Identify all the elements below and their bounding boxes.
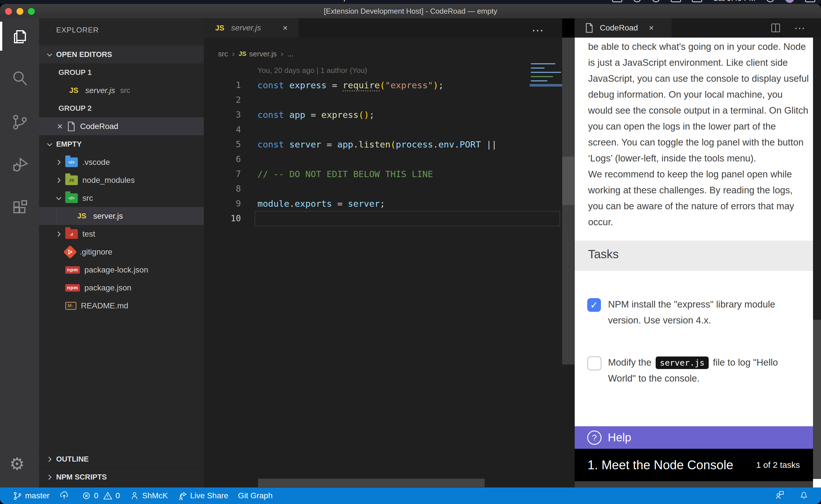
code-line-2[interactable] (258, 93, 497, 107)
tree-item--vscode[interactable]: </>.vscode (39, 153, 204, 171)
chevron-right-icon (55, 159, 62, 166)
menu-item-window[interactable]: Window (290, 0, 318, 2)
minimize-window-button[interactable] (17, 8, 23, 15)
open-editors-section-header[interactable]: OPEN EDITORS (39, 46, 204, 63)
chevron-right-icon: › (281, 49, 283, 58)
more-actions-icon[interactable]: … (794, 19, 806, 30)
siri-icon (785, 0, 794, 3)
open-editor-item-server-js[interactable]: JSserver.jssrc (39, 81, 204, 99)
npm-scripts-section-header[interactable]: NPM SCRIPTS (39, 468, 204, 486)
code-line-5[interactable]: const server = app.listen(process.env.PO… (258, 137, 497, 152)
scrollbar-thumb[interactable] (813, 38, 821, 320)
source-control-icon[interactable] (11, 113, 29, 131)
task-text-line: World" to the console. (608, 370, 796, 386)
outline-section-header[interactable]: OUTLINE (39, 450, 204, 468)
tree-item-test[interactable]: ⊿test (39, 225, 204, 243)
close-tab-icon[interactable]: × (647, 23, 656, 33)
editor-actions-ellipsis-icon[interactable]: … (531, 20, 545, 34)
extensions-icon[interactable] (11, 198, 29, 217)
tree-item-package-json[interactable]: npmpackage.json (39, 279, 204, 297)
close-window-button[interactable] (5, 8, 12, 15)
tree-item-node-modules[interactable]: JSnode_modules (39, 171, 204, 189)
lesson-footer: 1. Meet the Node Console 1 of 2 tasks (575, 449, 813, 481)
code-line-9[interactable]: module.exports = server; (258, 196, 497, 211)
chevron-right-icon (55, 177, 62, 184)
menu-item-help[interactable]: Help (332, 0, 348, 2)
lesson-progress: 1 of 2 tasks (756, 460, 800, 470)
chevron-right-icon: › (232, 49, 235, 58)
code-line-6[interactable] (258, 152, 497, 167)
src-folder-icon: </> (65, 193, 78, 203)
folder-section-header[interactable]: EMPTY (39, 135, 204, 153)
title-bar: [Extension Development Host] - CodeRoad … (0, 4, 821, 19)
code-content[interactable]: const express = require("express"); cons… (258, 78, 497, 226)
live-share-item[interactable]: Live Share (177, 491, 228, 501)
tree-item-package-lock-json[interactable]: npmpackage-lock.json (39, 261, 204, 279)
lesson-text-line: you can be aware of the nature of errors… (588, 198, 813, 214)
coderoad-panel: CodeRoad × … be able to check what's goi… (574, 18, 821, 487)
tab-server-js[interactable]: JS server.js × (204, 18, 299, 38)
lesson-text-line: working at these challenges. By reading … (588, 182, 813, 198)
menu-items: CodeFileEditSelectionViewGoRunTerminalWi… (33, 0, 348, 2)
code-line-7[interactable]: // -- DO NOT EDIT BELOW THIS LINE (258, 167, 497, 181)
breadcrumb-item[interactable]: src (218, 50, 228, 58)
open-editor-item-coderoad[interactable]: ×CodeRoad (39, 117, 204, 135)
task-checkbox[interactable]: ✓ (587, 298, 601, 312)
problems-item[interactable]: 0 0 (81, 491, 120, 501)
menu-item-terminal[interactable]: Terminal (247, 0, 277, 2)
lesson-text-line: debug information. On your local machine… (588, 87, 813, 103)
tree-item-server-js[interactable]: JSserver.js (39, 207, 204, 225)
menu-item-code[interactable]: Code (33, 0, 53, 2)
code-line-3[interactable]: const app = express(); (258, 107, 497, 122)
breadcrumb-item[interactable]: server.js (249, 50, 277, 58)
search-icon[interactable] (11, 69, 29, 87)
question-icon: ? (587, 431, 601, 445)
line-number-gutter: 12345678910 (204, 78, 241, 226)
tree-item--gitignore[interactable]: .gitignore (39, 243, 204, 261)
js-icon: JS (75, 212, 89, 220)
tab-coderoad[interactable]: CodeRoad × (575, 18, 672, 38)
split-editor-icon[interactable] (770, 22, 783, 34)
control-center-icon (805, 0, 815, 2)
lesson-text-line: occur. (588, 214, 813, 230)
explorer-icon[interactable] (11, 27, 29, 46)
user-account-item[interactable]: ShMcK (130, 491, 168, 501)
breadcrumb-item[interactable]: ... (287, 50, 294, 58)
editor-scrollbar-column[interactable] (562, 38, 574, 487)
code-line-4[interactable] (258, 122, 497, 137)
line-number: 3 (204, 107, 241, 122)
explorer-header: EXPLORER (56, 26, 99, 34)
close-tab-icon[interactable]: × (281, 23, 290, 33)
code-line-8[interactable] (258, 181, 497, 196)
git-graph-item[interactable]: Git Graph (238, 491, 273, 500)
menu-item-edit[interactable]: Edit (92, 0, 106, 2)
editor-tab-bar: JS server.js × … (204, 18, 562, 38)
code-line-1[interactable]: const express = require("express"); (258, 78, 497, 93)
menu-item-go[interactable]: Go (195, 0, 206, 2)
git-branch-item[interactable]: master (13, 491, 50, 501)
settings-gear-icon[interactable]: ⚙ (9, 454, 25, 474)
webview-bottom-strip (575, 481, 813, 487)
webview-scrollbar[interactable] (813, 38, 821, 487)
line-number: 6 (204, 152, 241, 167)
task-text: NPM install the "express" library module… (608, 296, 796, 328)
tree-item-readme-md[interactable]: M↓README.md (39, 297, 204, 315)
menu-item-file[interactable]: File (66, 0, 79, 2)
open-editors-group-label: GROUP 2 (39, 99, 204, 117)
horizontal-scrollbar[interactable] (258, 479, 485, 487)
help-bar[interactable]: ? Help (575, 426, 813, 449)
minimap[interactable] (530, 63, 562, 234)
notifications-bell-icon[interactable] (798, 489, 810, 503)
close-editor-icon[interactable]: × (55, 121, 65, 132)
scrollbar-thumb[interactable] (562, 157, 574, 205)
feedback-icon[interactable] (774, 489, 786, 503)
menu-item-run[interactable]: Run (219, 0, 234, 2)
run-debug-icon[interactable] (11, 155, 29, 173)
zoom-window-button[interactable] (28, 8, 35, 15)
menu-item-view[interactable]: View (165, 0, 182, 2)
code-line-10[interactable] (258, 211, 497, 226)
sync-changes-item[interactable] (59, 491, 72, 501)
tree-item-src[interactable]: </>src (39, 189, 204, 207)
task-checkbox[interactable] (587, 356, 601, 370)
menu-item-selection[interactable]: Selection (119, 0, 152, 2)
